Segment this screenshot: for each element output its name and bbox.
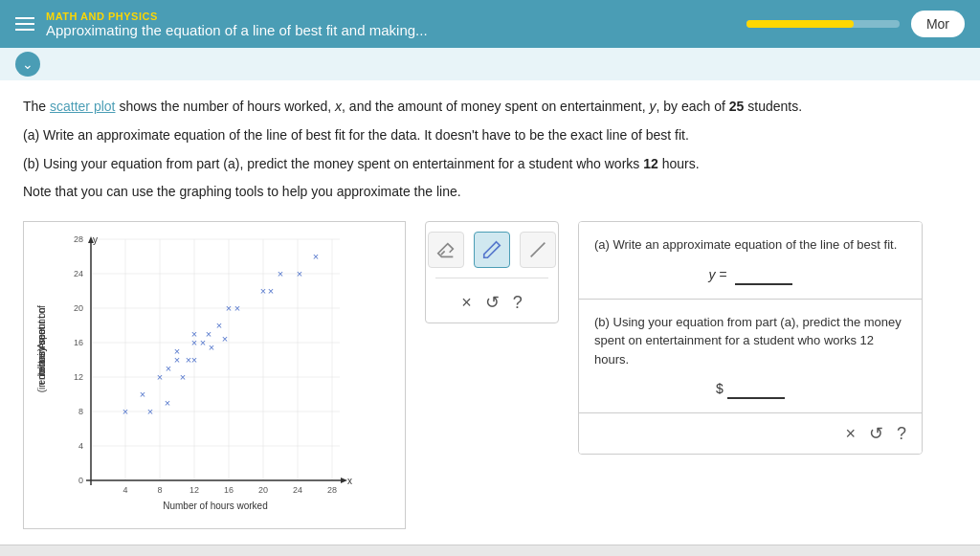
answer-panel-a: (a) Write an approximate equation of the… bbox=[579, 222, 922, 300]
tools-panel: × ↺ ? bbox=[425, 221, 559, 323]
data-point: × bbox=[234, 302, 240, 314]
equation-y-label: y = bbox=[708, 267, 726, 282]
tick-label: 20 bbox=[258, 485, 268, 495]
collapse-button[interactable]: ⌄ bbox=[15, 52, 40, 77]
answer-a-label: (a) Write an approximate equation of the… bbox=[594, 235, 906, 255]
data-point: × bbox=[174, 345, 180, 357]
dollar-sign: $ bbox=[716, 381, 724, 396]
progress-bar-fill bbox=[746, 20, 854, 28]
tick-label: 28 bbox=[327, 485, 337, 495]
y-axis-var-label: y bbox=[93, 234, 98, 245]
problem-part-b-text: (b) Using your equation from part (a), p… bbox=[23, 153, 957, 176]
line-tool-button[interactable] bbox=[520, 232, 556, 268]
data-point: × bbox=[147, 406, 153, 417]
dollar-input-row: $ bbox=[594, 378, 906, 399]
x-axis-arrow bbox=[341, 478, 347, 483]
answer-panels: (a) Write an approximate equation of the… bbox=[578, 221, 923, 455]
tick-label: 16 bbox=[74, 338, 83, 347]
data-point: × bbox=[222, 333, 228, 345]
answer-b-input[interactable] bbox=[727, 378, 785, 399]
answer-help-button[interactable]: ? bbox=[897, 423, 906, 444]
data-point: × bbox=[140, 389, 145, 400]
tick-label: 12 bbox=[189, 485, 199, 495]
tick-label: 20 bbox=[74, 303, 83, 313]
scatter-plot-link[interactable]: scatter plot bbox=[50, 99, 115, 114]
pencil-tool-button[interactable] bbox=[474, 232, 510, 268]
collapse-bar: ⌄ bbox=[0, 48, 980, 80]
data-point: × bbox=[297, 268, 302, 279]
tick-label: 12 bbox=[74, 372, 83, 382]
svg-line-0 bbox=[531, 243, 546, 257]
x-axis-var-label: x bbox=[347, 476, 352, 486]
data-point: × bbox=[157, 371, 163, 383]
data-point: × bbox=[268, 285, 274, 297]
answer-b-label: (b) Using your equation from part (a), p… bbox=[594, 313, 906, 369]
data-point: × bbox=[260, 285, 266, 297]
y-axis-label-4: (in dollars) bbox=[36, 348, 47, 393]
tick-label: 8 bbox=[78, 407, 83, 416]
data-point: × bbox=[165, 397, 170, 409]
answer-close-button[interactable]: × bbox=[845, 423, 856, 444]
tools-close-button[interactable]: × bbox=[461, 293, 472, 313]
tick-label: 4 bbox=[122, 485, 127, 495]
data-point: × bbox=[209, 342, 214, 353]
tools-help-button[interactable]: ? bbox=[513, 293, 523, 313]
tick-label: 24 bbox=[293, 485, 302, 495]
interactive-area: Amount of money spent on entertainment (… bbox=[23, 221, 957, 529]
eraser-tool-button[interactable] bbox=[428, 232, 464, 268]
tools-divider bbox=[435, 278, 548, 278]
tools-undo-button[interactable]: ↺ bbox=[485, 292, 500, 313]
hamburger-menu[interactable] bbox=[15, 17, 34, 31]
scatter-plot-svg: Amount of money spent on entertainment (… bbox=[33, 232, 388, 519]
footer: Explanation Check bbox=[0, 545, 980, 556]
tick-label: 28 bbox=[74, 234, 83, 244]
answer-a-input[interactable] bbox=[735, 264, 792, 285]
x-axis-title: Number of hours worked bbox=[163, 500, 268, 511]
answer-actions-row: × ↺ ? bbox=[579, 413, 922, 454]
header-left: MATH AND PHYSICS Approximating the equat… bbox=[15, 11, 428, 38]
data-point: × bbox=[191, 328, 197, 340]
header-right: Mor bbox=[746, 11, 965, 37]
header-title-block: MATH AND PHYSICS Approximating the equat… bbox=[46, 11, 428, 38]
problem-note: Note that you can use the graphing tools… bbox=[23, 181, 957, 204]
progress-bar bbox=[746, 20, 900, 28]
tick-label: 8 bbox=[157, 485, 162, 495]
equation-row: y = bbox=[594, 264, 906, 285]
graph-container: Amount of money spent on entertainment (… bbox=[23, 221, 406, 529]
header-category: MATH AND PHYSICS bbox=[46, 11, 428, 22]
data-point: × bbox=[313, 251, 319, 262]
tools-actions-row: × ↺ ? bbox=[435, 288, 548, 313]
header-title: Approximating the equation of a line of … bbox=[46, 22, 428, 38]
tick-label: 16 bbox=[224, 485, 234, 495]
answer-undo-button[interactable]: ↺ bbox=[869, 423, 883, 444]
data-point: × bbox=[180, 371, 186, 383]
data-point: × bbox=[122, 406, 128, 417]
tick-label: 4 bbox=[78, 441, 83, 451]
data-point: × bbox=[226, 302, 232, 314]
tick-label: 0 bbox=[78, 476, 83, 485]
data-point: × bbox=[166, 363, 171, 374]
main-content: The scatter plot shows the number of hou… bbox=[0, 80, 980, 545]
data-point: × bbox=[216, 320, 222, 331]
problem-intro: The scatter plot shows the number of hou… bbox=[23, 96, 957, 119]
more-button[interactable]: Mor bbox=[911, 11, 965, 37]
data-point: × bbox=[278, 268, 283, 279]
data-point: × bbox=[191, 354, 197, 366]
tools-top-row bbox=[428, 232, 556, 268]
data-point: × bbox=[206, 328, 212, 340]
header: MATH AND PHYSICS Approximating the equat… bbox=[0, 0, 980, 48]
tick-label: 24 bbox=[74, 269, 83, 278]
answer-panel-b: (b) Using your equation from part (a), p… bbox=[579, 300, 922, 414]
problem-part-a-text: (a) Write an approximate equation of the… bbox=[23, 124, 957, 147]
